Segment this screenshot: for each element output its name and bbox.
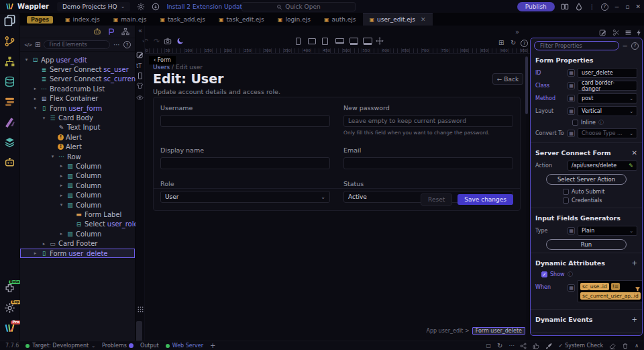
board-view-icon[interactable]: ⊞ [35,41,40,48]
eraser-icon[interactable] [609,343,616,349]
expand-chevron-icon[interactable]: ▸ [58,183,64,188]
find-elements-input[interactable]: Find Elements [44,40,110,49]
refresh-icon[interactable]: ↻ [497,342,502,349]
new-password-input[interactable]: Leave empty to keep current password [343,115,513,127]
email-input[interactable] [343,157,513,169]
action-input[interactable]: /api/users/delete✎ [568,161,637,171]
tree-item-column[interactable]: ▸▥Column [20,171,135,181]
tab-user_edit.ejs[interactable]: ▣user_edit.ejs✕ [363,13,433,26]
layout-select[interactable]: Vertical⌄ [578,106,637,116]
theme-shirt-icon[interactable] [136,82,144,89]
design-view-icon[interactable] [599,29,606,36]
auto-submit-checkbox[interactable] [563,189,569,195]
project-selector[interactable]: Demo Projects HQ⌄ [57,2,131,11]
window-restore-button[interactable]: ▫ [625,3,629,10]
data-picker-icon[interactable]: ▦ [568,284,575,292]
tree-item-text-input[interactable]: ✎Text Input [20,123,135,132]
expand-chevron-icon[interactable]: ▸ [32,86,38,91]
expand-chevron-icon[interactable]: ▾ [23,57,30,62]
robot-helper-icon[interactable] [93,28,101,36]
expand-chevron-icon[interactable]: ▸ [58,173,64,179]
target-selector[interactable]: Target: Development⌄ [25,343,95,349]
system-check-button[interactable]: ✓System Check [558,343,603,349]
expand-chevron-icon[interactable]: ▸ [41,241,47,247]
expand-chevron-icon[interactable]: ▾ [41,116,47,121]
filter-properties-input[interactable]: Filter Properties [534,41,619,50]
window-minimize-button[interactable]: − [614,3,620,10]
tree-item-form-user_form[interactable]: ▾▯Formuser_form [20,103,135,113]
tree-item-row[interactable]: ▾⋯Row [20,152,135,161]
device-tablet-landscape-icon[interactable] [308,38,316,44]
tree-item-breadcrumb-list[interactable]: ▸⋯Breadcrumb List [20,84,135,93]
tree-item-alert[interactable]: !Alert [20,132,135,142]
redo-icon[interactable]: ↷ [154,37,160,46]
ai-assistant-robot-icon[interactable] [4,157,15,168]
device-desktop-icon[interactable] [350,38,358,44]
method-select[interactable]: post⌄ [578,93,637,103]
tree-item-column[interactable]: ▸▥Column [20,190,135,200]
tree-item-column[interactable]: ▸▥Column [20,161,135,171]
expand-chevron-icon[interactable]: ▸ [32,251,38,256]
save-changes-button[interactable]: Save changes [458,194,513,205]
expression-token[interactable]: != [611,283,620,290]
refresh-canvas-icon[interactable]: ↻ [511,39,516,46]
expression-token[interactable]: sc_use..id [580,283,609,290]
database-icon[interactable] [4,76,15,87]
problems-button[interactable]: Problems [102,343,133,349]
inline-checkbox[interactable] [572,120,578,126]
tree-item-alert[interactable]: !Alert [20,142,135,152]
dark-mode-moon-icon[interactable] [176,37,184,45]
tab-close-icon[interactable]: ✕ [421,16,426,23]
panel-minimize-icon[interactable]: − [623,42,628,50]
add-service-icon[interactable]: + [210,342,215,349]
data-picker-icon[interactable]: ▦ [568,82,575,89]
move-tool-icon[interactable] [376,37,384,45]
git-icon[interactable] [4,36,15,47]
tree-item-column[interactable]: ▾▥Column [20,200,135,210]
expression-token[interactable]: sc_current_user_ap..id [580,292,641,300]
display-name-input[interactable] [160,157,330,169]
help-icon[interactable]: ? [601,3,608,11]
pages-panel-icon[interactable] [3,14,16,27]
wappler-pro-icon[interactable]: Pro [4,322,15,334]
tree-item-app-user_edit[interactable]: ▾⊡Appuser_edit [20,55,135,64]
data-picker-icon[interactable]: ▦ [568,107,575,115]
data-picker-icon[interactable]: ▦ [568,95,575,102]
typography-tool-icon[interactable]: tT [136,63,144,71]
expand-panel-icon[interactable]: » [515,28,519,36]
hierarchy-icon[interactable] [121,28,129,36]
publish-button[interactable]: Publish [517,2,555,11]
when-expression-editor[interactable]: sc_use..id!=sc_current_user_ap..id [578,280,643,302]
tab-task_add.ejs[interactable]: ▣task_add.ejs [153,13,212,26]
canvas-vertical-scrollbar[interactable] [525,56,528,114]
expand-chevron-icon[interactable]: ▸ [58,163,64,169]
layers-icon[interactable] [4,136,15,148]
device-laptop-icon[interactable] [335,38,344,44]
grid-handle-icon[interactable] [137,306,144,313]
device-monitor-icon[interactable] [363,38,372,44]
credentials-checkbox[interactable] [563,198,569,204]
id-input[interactable]: user_delete [578,68,637,78]
expand-chevron-icon[interactable]: ▸ [58,193,64,198]
tab-index.ejs[interactable]: ▣index.ejs [58,13,107,26]
add-attribute-icon[interactable]: + [632,259,637,267]
reset-button[interactable]: Reset [421,193,452,206]
node-share-icon[interactable] [520,343,527,349]
breadcrumb-users-link[interactable]: Users [153,64,170,71]
expand-chevron-icon[interactable]: ▾ [50,154,56,159]
update-download-icon[interactable] [152,3,160,11]
expand-chevron-icon[interactable]: ▾ [32,105,38,111]
output-button[interactable]: Output [140,343,159,349]
tree-item-server-connect-sc_current_user_api[interactable]: ≣Server Connectsc_current_user_api [20,75,135,84]
element-path-selected[interactable]: Form user_delete [472,327,525,335]
device-tablet-icon[interactable] [322,38,328,45]
section-close-icon[interactable]: ✕ [632,149,637,157]
grid-settings-icon[interactable]: ⊞ [498,39,504,46]
add-dynamic-event-icon[interactable]: + [632,316,637,323]
tab-task_edit.ejs[interactable]: ▣task_edit.ejs [212,13,271,26]
trash-icon[interactable] [622,343,629,349]
data-picker-icon[interactable]: ▦ [568,227,575,234]
tree-item-form-user_delete[interactable]: ▸▯Formuser_delete [20,249,135,258]
data-picker-icon[interactable]: ▦ [568,130,575,137]
screenshot-camera-icon[interactable] [164,37,172,45]
